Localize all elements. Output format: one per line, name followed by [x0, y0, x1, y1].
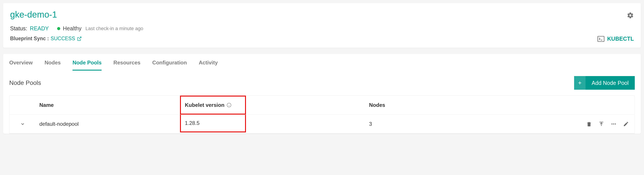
- blueprint-label: Blueprint Sync :: [10, 36, 49, 42]
- cluster-header-card: gke-demo-1 Status: READY Healthy Last ch…: [3, 3, 641, 48]
- health-dot-icon: [57, 27, 60, 30]
- main-panel: Overview Nodes Node Pools Resources Conf…: [3, 54, 641, 134]
- header-kubelet-label: Kubelet version: [185, 102, 224, 108]
- add-node-pool-label: Add Node Pool: [586, 80, 635, 86]
- svg-point-9: [612, 123, 612, 124]
- table-header-row: Name Kubelet version Nodes: [10, 96, 634, 114]
- plus-icon: +: [574, 76, 586, 90]
- health-text: Healthy: [63, 25, 82, 32]
- edit-button[interactable]: [623, 121, 629, 127]
- section-title: Node Pools: [9, 79, 41, 86]
- svg-point-11: [615, 123, 616, 124]
- add-node-pool-button[interactable]: + Add Node Pool: [574, 76, 635, 90]
- cell-kubelet: 1.28.5: [176, 116, 366, 132]
- tabs: Overview Nodes Node Pools Resources Conf…: [3, 54, 641, 71]
- tab-resources[interactable]: Resources: [114, 60, 140, 70]
- svg-line-0: [79, 37, 81, 39]
- header-name[interactable]: Name: [36, 102, 176, 108]
- node-pools-table: Name Kubelet version Nodes: [9, 96, 635, 134]
- tab-overview[interactable]: Overview: [9, 60, 33, 70]
- status-label: Status:: [10, 25, 27, 32]
- tab-nodes[interactable]: Nodes: [44, 60, 61, 70]
- svg-rect-6: [587, 122, 591, 123]
- blueprint-status[interactable]: SUCCESS: [50, 36, 75, 42]
- header-nodes[interactable]: Nodes: [366, 102, 562, 108]
- kubectl-button[interactable]: KUBECTL: [598, 36, 634, 42]
- external-link-icon[interactable]: [77, 36, 82, 41]
- status-line: Status: READY Healthy Last check-in a mi…: [10, 25, 634, 32]
- table-row: default-nodepool 1.28.5 3: [10, 114, 634, 134]
- cluster-name: gke-demo-1: [10, 10, 634, 20]
- kubectl-label: KUBECTL: [607, 36, 634, 42]
- header-kubelet-version[interactable]: Kubelet version: [176, 100, 366, 110]
- expand-toggle[interactable]: [20, 122, 25, 126]
- cell-name: default-nodepool: [36, 121, 176, 127]
- more-actions-button[interactable]: [611, 121, 616, 127]
- tab-activity[interactable]: Activity: [199, 60, 218, 70]
- section-bar: Node Pools + Add Node Pool: [3, 71, 641, 92]
- cell-nodes: 3: [366, 121, 562, 127]
- tab-node-pools[interactable]: Node Pools: [72, 60, 102, 70]
- last-checkin-text: Last check-in a minute ago: [86, 26, 143, 32]
- cell-kubelet-value: 1.28.5: [185, 120, 200, 126]
- tab-configuration[interactable]: Configuration: [152, 60, 187, 70]
- delete-button[interactable]: [586, 121, 592, 127]
- settings-button[interactable]: [627, 12, 634, 19]
- cell-actions: [562, 121, 634, 127]
- info-icon[interactable]: [224, 103, 232, 108]
- svg-point-10: [613, 123, 614, 124]
- status-value: READY: [30, 25, 49, 32]
- upgrade-button[interactable]: [598, 121, 604, 127]
- svg-rect-1: [598, 36, 604, 42]
- blueprint-line: Blueprint Sync : SUCCESS: [10, 36, 634, 42]
